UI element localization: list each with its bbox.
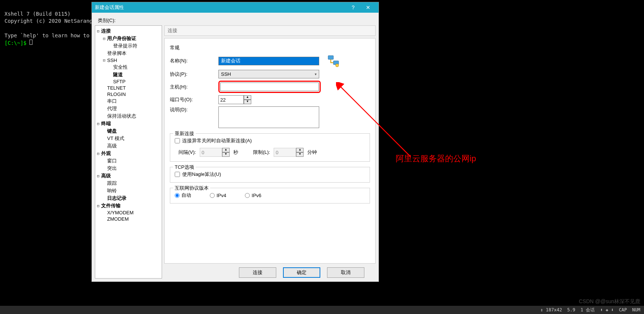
tree-item[interactable]: 窗口 <box>96 157 161 165</box>
spinner-up-icon[interactable]: ▲ <box>244 95 251 100</box>
tree-item[interactable]: ⊟SSH <box>96 57 161 63</box>
tree-item[interactable]: 日志记录 <box>96 195 161 202</box>
tree-item[interactable]: ⊟外观 <box>96 150 161 157</box>
network-icon <box>327 54 340 68</box>
name-input[interactable] <box>218 57 319 65</box>
host-input[interactable] <box>220 83 319 91</box>
tree-item[interactable]: 串口 <box>96 97 161 105</box>
desc-textarea[interactable] <box>218 106 319 128</box>
port-spinner[interactable]: ▲ ▼ <box>218 95 251 104</box>
tree-item[interactable]: ⊟用户身份验证 <box>96 35 161 42</box>
reconnect-label: 连接异常关闭时自动重新连接(A) <box>182 137 252 144</box>
radio-ipv4[interactable] <box>210 193 215 198</box>
reconnect-checkbox-row[interactable]: 连接异常关闭时自动重新连接(A) <box>175 137 365 144</box>
tree-item[interactable]: 响铃 <box>96 187 161 195</box>
button-bar: 连接 确定 取消 <box>164 264 376 279</box>
host-label: 主机(H): <box>170 84 218 90</box>
protocol-label: 协议(P): <box>170 71 218 78</box>
status-val: 5.9 <box>567 307 575 313</box>
tree-item[interactable]: TELNET <box>96 85 161 91</box>
tree-toggle-icon[interactable]: ⊟ <box>96 29 100 34</box>
tree-item-label: 连接 <box>101 28 111 34</box>
tree-item-label: 键盘 <box>107 128 117 134</box>
tree-item[interactable]: 突出 <box>96 165 161 172</box>
dialog-titlebar[interactable]: 新建会话属性 ? ✕ <box>92 2 379 13</box>
cancel-button[interactable]: 取消 <box>327 267 364 278</box>
spinner-down-icon[interactable]: ▼ <box>222 152 230 157</box>
spinner-up-icon[interactable]: ▲ <box>296 148 304 152</box>
tree-item[interactable]: ZMODEM <box>96 216 161 222</box>
tree-item-label: 高级 <box>101 172 111 179</box>
tree-item-label: 终端 <box>101 120 111 127</box>
interval-spinner[interactable]: ▲▼ <box>200 148 230 157</box>
radio-auto-row[interactable]: 自动 <box>175 192 191 199</box>
tree-item-label: 跟踪 <box>107 180 117 187</box>
chevron-down-icon: ▾ <box>315 72 317 76</box>
tree-item[interactable]: VT 模式 <box>96 135 161 142</box>
close-button[interactable]: ✕ <box>361 4 376 10</box>
tree-item-label: 代理 <box>107 105 117 112</box>
status-cap: CAP <box>619 307 627 313</box>
tree-item[interactable]: 安全性 <box>96 63 161 71</box>
radio-ipv4-row[interactable]: IPv4 <box>210 193 226 198</box>
tree-toggle-icon[interactable]: ⊟ <box>102 36 106 41</box>
tree-toggle-icon[interactable]: ⊟ <box>102 58 106 63</box>
radio-auto[interactable] <box>175 193 180 198</box>
port-input[interactable] <box>218 95 244 104</box>
tree-item[interactable]: X/YMODEM <box>96 209 161 216</box>
protocol-combo[interactable]: SSH ▾ <box>218 70 319 78</box>
interval-input[interactable] <box>200 148 222 157</box>
tree-item[interactable]: ⊟高级 <box>96 172 161 180</box>
limit-input[interactable] <box>274 148 296 157</box>
radio-ipv6[interactable] <box>245 193 250 198</box>
limit-label: 限制(L): <box>253 149 270 156</box>
nagle-checkbox[interactable] <box>175 172 180 177</box>
tree-item-label: 登录提示符 <box>113 43 137 49</box>
tree-item[interactable]: 隧道 <box>96 71 161 78</box>
radio-ipv6-row[interactable]: IPv6 <box>245 193 261 198</box>
tree-item[interactable]: 键盘 <box>96 127 161 135</box>
status-num: NUM <box>632 307 640 313</box>
tree-item-label: 保持活动状态 <box>107 113 136 119</box>
spinner-up-icon[interactable]: ▲ <box>222 148 230 152</box>
interval-label: 间隔(V): <box>178 149 196 156</box>
tree-item[interactable]: 保持活动状态 <box>96 112 161 120</box>
tree-item[interactable]: 登录提示符 <box>96 42 161 50</box>
ok-button[interactable]: 确定 <box>283 267 320 278</box>
tree-toggle-icon[interactable]: ⊟ <box>96 174 100 178</box>
protocol-value: SSH <box>221 71 231 77</box>
spinner-down-icon[interactable]: ▼ <box>296 152 304 157</box>
tree-item-label: RLOGIN <box>107 91 126 97</box>
tree-item[interactable]: 代理 <box>96 105 161 112</box>
reconnect-checkbox[interactable] <box>175 138 180 143</box>
svg-rect-0 <box>328 56 333 59</box>
tree-toggle-icon[interactable]: ⊟ <box>96 121 100 126</box>
dialog-body: 类别(C): ⊟连接⊟用户身份验证登录提示符登录脚本⊟SSH安全性隧道SFTPT… <box>92 13 379 282</box>
status-size: ↕ 187x42 <box>541 307 562 313</box>
nagle-checkbox-row[interactable]: 使用Nagle算法(U) <box>175 171 365 178</box>
tree-item[interactable]: ⊟连接 <box>96 27 161 35</box>
tree-item-label: X/YMODEM <box>107 210 134 215</box>
connect-button[interactable]: 连接 <box>239 267 276 278</box>
section-header: 连接 <box>164 25 376 36</box>
reconnect-fieldset: 重新连接 连接异常关闭时自动重新连接(A) 间隔(V): ▲▼ 秒 <box>170 133 370 162</box>
category-tree[interactable]: ⊟连接⊟用户身份验证登录提示符登录脚本⊟SSH安全性隧道SFTPTELNETRL… <box>95 25 162 279</box>
spinner-down-icon[interactable]: ▼ <box>244 100 251 104</box>
help-button[interactable]: ? <box>346 4 361 10</box>
tree-item-label: SSH <box>107 57 117 63</box>
tree-item[interactable]: SFTP <box>96 78 161 85</box>
category-label: 类别(C): <box>95 16 376 25</box>
tree-item[interactable]: 登录脚本 <box>96 50 161 57</box>
tree-item[interactable]: RLOGIN <box>96 91 161 97</box>
tree-item-label: VT 模式 <box>107 135 124 142</box>
tree-item[interactable]: 高级 <box>96 142 161 150</box>
tree-item-label: 窗口 <box>107 158 117 164</box>
status-bar: ↕ 187x42 5.9 1 会话 ⬆ ✚ ⬇ CAP NUM <box>0 306 644 314</box>
tree-item[interactable]: ⊟终端 <box>96 120 161 127</box>
tree-toggle-icon[interactable]: ⊟ <box>96 203 100 208</box>
tree-toggle-icon[interactable]: ⊟ <box>96 151 100 156</box>
tree-item[interactable]: ⊟文件传输 <box>96 202 161 209</box>
tree-item[interactable]: 跟踪 <box>96 180 161 187</box>
terminal-line: Type `help' to learn how to <box>4 32 90 38</box>
limit-spinner[interactable]: ▲▼ <box>274 148 304 157</box>
